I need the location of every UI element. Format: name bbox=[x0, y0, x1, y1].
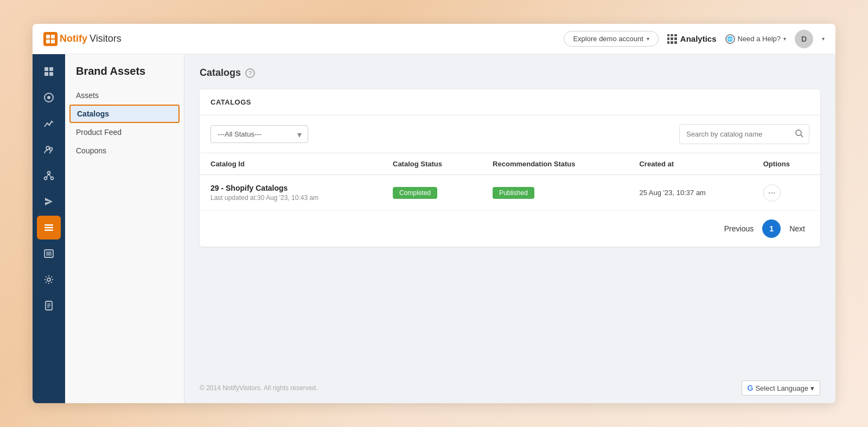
svg-point-13 bbox=[44, 177, 47, 180]
pagination-row: Previous 1 Next bbox=[200, 210, 820, 247]
svg-rect-17 bbox=[44, 224, 53, 226]
previous-button[interactable]: Previous bbox=[720, 221, 758, 236]
sidebar bbox=[33, 54, 65, 403]
options-button[interactable]: ··· bbox=[763, 184, 781, 202]
sidebar-item-campaigns[interactable] bbox=[37, 86, 61, 109]
logo-icon bbox=[43, 32, 58, 46]
cell-options: ··· bbox=[752, 175, 820, 211]
next-button[interactable]: Next bbox=[785, 221, 809, 236]
table-header: Catalog Id Catalog Status Recommendation… bbox=[200, 153, 820, 175]
explore-demo-button[interactable]: Explore demo account ▾ bbox=[564, 31, 658, 47]
svg-rect-6 bbox=[44, 72, 48, 76]
main-window: NotifyVisitors Explore demo account ▾ An… bbox=[33, 24, 835, 403]
svg-line-16 bbox=[49, 174, 52, 178]
sidebar-item-settings[interactable] bbox=[37, 268, 61, 292]
svg-rect-0 bbox=[46, 35, 50, 38]
need-help-label: Need a Help? bbox=[738, 35, 781, 43]
content-footer: © 2014 NotifyVisitors. All rights reserv… bbox=[184, 373, 835, 403]
catalog-name: 29 - Shopify Catalogs bbox=[210, 184, 371, 192]
avatar-button[interactable]: D bbox=[795, 30, 813, 48]
catalog-filters: ---All Status--- Completed In Progress F… bbox=[200, 115, 820, 153]
content-inner: Catalogs ? CATALOGS ---All Status--- Com… bbox=[184, 54, 835, 373]
sub-sidebar-item-product-feed[interactable]: Product Feed bbox=[65, 123, 184, 141]
page-title: Catalogs bbox=[200, 67, 241, 79]
header-right: Explore demo account ▾ Analytics 🌐 Need … bbox=[564, 30, 825, 48]
google-g-icon: G bbox=[748, 384, 754, 392]
sidebar-item-contacts[interactable] bbox=[37, 138, 61, 161]
svg-rect-1 bbox=[51, 35, 55, 38]
search-button[interactable] bbox=[789, 125, 809, 144]
svg-rect-5 bbox=[49, 67, 53, 71]
sidebar-item-media[interactable] bbox=[37, 242, 61, 266]
language-dropdown-icon: ▾ bbox=[810, 384, 814, 392]
help-chevron: ▾ bbox=[783, 36, 786, 42]
svg-rect-7 bbox=[49, 72, 53, 76]
sidebar-item-segments[interactable] bbox=[37, 164, 61, 187]
sub-sidebar-item-coupons[interactable]: Coupons bbox=[65, 141, 184, 160]
catalog-card: CATALOGS ---All Status--- Completed In P… bbox=[200, 89, 820, 247]
page-title-row: Catalogs ? bbox=[200, 67, 820, 79]
sidebar-item-dashboard[interactable] bbox=[37, 60, 61, 83]
avatar-label: D bbox=[801, 35, 807, 43]
select-language-button[interactable]: G Select Language ▾ bbox=[742, 380, 820, 396]
col-recommendation-status: Recommendation Status bbox=[482, 153, 628, 175]
logo-visitors: Visitors bbox=[90, 33, 122, 44]
svg-point-22 bbox=[47, 278, 50, 281]
need-help-button[interactable]: 🌐 Need a Help? ▾ bbox=[725, 34, 787, 44]
analytics-button[interactable]: Analytics bbox=[667, 34, 717, 44]
svg-rect-19 bbox=[44, 230, 53, 231]
svg-rect-2 bbox=[46, 40, 50, 43]
main-layout: Brand Assets Assets Catalogs Product Fee… bbox=[33, 54, 835, 403]
sidebar-item-docs[interactable] bbox=[37, 294, 61, 318]
catalog-table: Catalog Id Catalog Status Recommendation… bbox=[200, 153, 820, 210]
select-language-label: Select Language bbox=[755, 384, 808, 392]
logo-notify: Notify bbox=[60, 33, 87, 44]
catalog-updated: Last updated at:30 Aug '23, 10:43 am bbox=[210, 194, 371, 202]
sidebar-item-send[interactable] bbox=[37, 190, 61, 214]
catalog-card-header: CATALOGS bbox=[200, 89, 820, 115]
search-box bbox=[679, 124, 809, 144]
svg-point-27 bbox=[796, 130, 801, 135]
analytics-label: Analytics bbox=[680, 34, 717, 43]
svg-rect-21 bbox=[46, 251, 52, 256]
cell-recommendation-status: Published bbox=[482, 175, 628, 211]
sub-sidebar-item-catalogs[interactable]: Catalogs bbox=[69, 105, 180, 123]
page-help-icon[interactable]: ? bbox=[245, 68, 255, 78]
badge-published: Published bbox=[493, 187, 534, 199]
cell-catalog-id: 29 - Shopify Catalogs Last updated at:30… bbox=[200, 175, 382, 211]
page-1-button[interactable]: 1 bbox=[762, 219, 781, 238]
svg-rect-3 bbox=[51, 40, 55, 43]
footer-copyright: © 2014 NotifyVisitors. All rights reserv… bbox=[200, 384, 317, 392]
sub-sidebar-item-assets[interactable]: Assets bbox=[65, 86, 184, 105]
col-options: Options bbox=[752, 153, 820, 175]
content-area: Catalogs ? CATALOGS ---All Status--- Com… bbox=[184, 54, 835, 403]
svg-line-15 bbox=[47, 174, 49, 178]
globe-icon: 🌐 bbox=[725, 34, 735, 44]
status-filter-select[interactable]: ---All Status--- Completed In Progress F… bbox=[210, 125, 308, 143]
svg-rect-18 bbox=[44, 227, 53, 229]
sidebar-item-brand-assets[interactable] bbox=[37, 216, 61, 240]
top-header: NotifyVisitors Explore demo account ▾ An… bbox=[33, 24, 835, 54]
svg-point-9 bbox=[47, 96, 50, 99]
col-catalog-status: Catalog Status bbox=[382, 153, 482, 175]
avatar-chevron: ▾ bbox=[822, 36, 825, 42]
sub-sidebar: Brand Assets Assets Catalogs Product Fee… bbox=[65, 54, 184, 403]
explore-demo-label: Explore demo account bbox=[573, 35, 643, 43]
logo-area: NotifyVisitors bbox=[43, 32, 152, 46]
col-catalog-id: Catalog Id bbox=[200, 153, 382, 175]
svg-line-28 bbox=[801, 135, 803, 137]
svg-point-14 bbox=[51, 177, 54, 180]
svg-point-11 bbox=[50, 148, 53, 151]
status-filter-wrapper: ---All Status--- Completed In Progress F… bbox=[210, 125, 308, 143]
explore-demo-chevron: ▾ bbox=[647, 36, 649, 42]
cell-catalog-status: Completed bbox=[382, 175, 482, 211]
grid-icon bbox=[667, 34, 677, 44]
table-body: 29 - Shopify Catalogs Last updated at:30… bbox=[200, 175, 820, 211]
svg-point-10 bbox=[46, 146, 49, 150]
table-row: 29 - Shopify Catalogs Last updated at:30… bbox=[200, 175, 820, 211]
sidebar-item-analytics[interactable] bbox=[37, 112, 61, 135]
sub-sidebar-title: Brand Assets bbox=[65, 65, 184, 86]
search-input[interactable] bbox=[680, 126, 789, 143]
col-created-at: Created at bbox=[628, 153, 752, 175]
svg-rect-4 bbox=[44, 67, 48, 71]
